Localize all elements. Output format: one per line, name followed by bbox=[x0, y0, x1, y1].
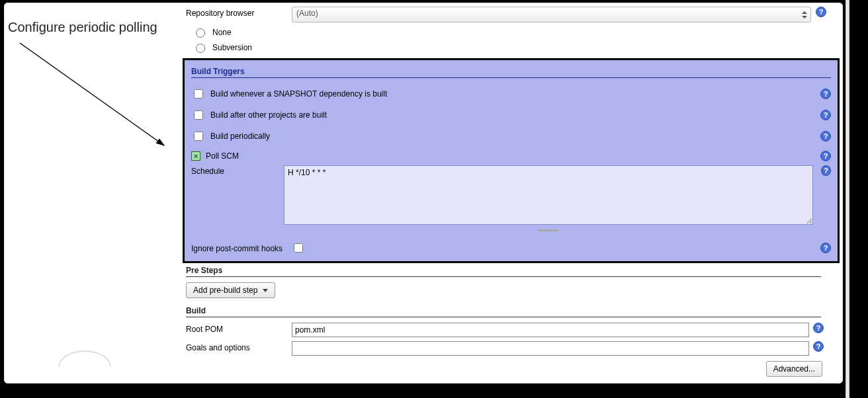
build-triggers-title: Build Triggers bbox=[191, 67, 831, 78]
trigger-after-row: Build after other projects are built ? bbox=[191, 104, 831, 126]
resize-grip-icon[interactable] bbox=[284, 228, 813, 232]
advanced-button-label: Advanced... bbox=[773, 364, 815, 374]
trigger-after-checkbox[interactable] bbox=[194, 110, 203, 120]
trigger-pollscm-label: Poll SCM bbox=[206, 151, 811, 161]
repo-browser-value: (Auto) bbox=[296, 9, 318, 18]
trigger-periodic-label: Build periodically bbox=[210, 132, 811, 141]
help-icon[interactable]: ? bbox=[820, 131, 831, 141]
advanced-row: Advanced... bbox=[186, 361, 822, 377]
scm-radio-none-row: None bbox=[193, 26, 826, 38]
help-icon[interactable]: ? bbox=[821, 165, 831, 176]
goals-row: Goals and options ? bbox=[186, 341, 826, 356]
trigger-periodic-row: Build periodically ? bbox=[191, 126, 831, 147]
help-icon[interactable]: ? bbox=[813, 341, 824, 352]
trigger-snapshot-checkbox[interactable] bbox=[194, 89, 203, 99]
ignore-hooks-label: Ignore post-commit hooks bbox=[191, 243, 287, 253]
chevron-down-icon bbox=[263, 289, 268, 292]
ignore-hooks-checkbox[interactable] bbox=[294, 243, 303, 253]
repo-browser-select[interactable]: (Auto) bbox=[292, 7, 811, 22]
trigger-after-label: Build after other projects are built bbox=[210, 110, 811, 120]
build-triggers-section: Build Triggers Build whenever a SNAPSHOT… bbox=[183, 58, 840, 263]
schedule-row: Schedule ? bbox=[191, 165, 831, 232]
help-icon[interactable]: ? bbox=[820, 151, 831, 161]
trigger-pollscm-row: ✕ Poll SCM ? bbox=[191, 147, 831, 165]
schedule-label: Schedule bbox=[191, 165, 280, 176]
trigger-periodic-checkbox[interactable] bbox=[194, 132, 203, 141]
repo-browser-row: Repository browser (Auto) ? bbox=[186, 7, 826, 22]
annotation-text: Configure periodic polling bbox=[8, 20, 157, 35]
goals-label: Goals and options bbox=[186, 341, 292, 352]
scm-radio-none-label: None bbox=[212, 28, 232, 37]
select-spinner-icon bbox=[800, 9, 809, 20]
config-form: Repository browser (Auto) ? None bbox=[186, 7, 826, 377]
schedule-textarea[interactable] bbox=[284, 165, 813, 225]
help-icon[interactable]: ? bbox=[820, 89, 831, 99]
help-icon[interactable]: ? bbox=[813, 323, 824, 333]
scm-radio-svn[interactable] bbox=[196, 44, 205, 53]
scm-radio-none[interactable] bbox=[196, 28, 205, 38]
advanced-button[interactable]: Advanced... bbox=[766, 361, 822, 377]
add-pre-build-step-button[interactable]: Add pre-build step bbox=[186, 282, 275, 298]
help-icon[interactable]: ? bbox=[820, 110, 831, 120]
help-icon[interactable]: ? bbox=[816, 7, 826, 17]
trigger-snapshot-row: Build whenever a SNAPSHOT dependency is … bbox=[191, 83, 831, 104]
ignore-hooks-row: Ignore post-commit hooks ? bbox=[191, 241, 831, 255]
root-pom-label: Root POM bbox=[186, 323, 292, 334]
goals-input[interactable] bbox=[292, 341, 809, 356]
root-pom-row: Root POM ? bbox=[186, 323, 826, 337]
scrollbar[interactable] bbox=[846, 0, 849, 398]
scm-radio-svn-row: Subversion bbox=[193, 42, 826, 53]
add-pre-build-step-label: Add pre-build step bbox=[193, 286, 257, 295]
scm-radio-svn-label: Subversion bbox=[212, 43, 252, 52]
trigger-pollscm-checkbox[interactable]: ✕ bbox=[191, 151, 200, 161]
decorative-curve bbox=[58, 350, 111, 383]
repo-browser-label: Repository browser bbox=[186, 7, 292, 18]
help-icon[interactable]: ? bbox=[820, 243, 831, 253]
build-title: Build bbox=[186, 306, 821, 317]
root-pom-input[interactable] bbox=[292, 323, 809, 337]
trigger-snapshot-label: Build whenever a SNAPSHOT dependency is … bbox=[210, 89, 811, 99]
pre-steps-title: Pre Steps bbox=[186, 266, 821, 277]
